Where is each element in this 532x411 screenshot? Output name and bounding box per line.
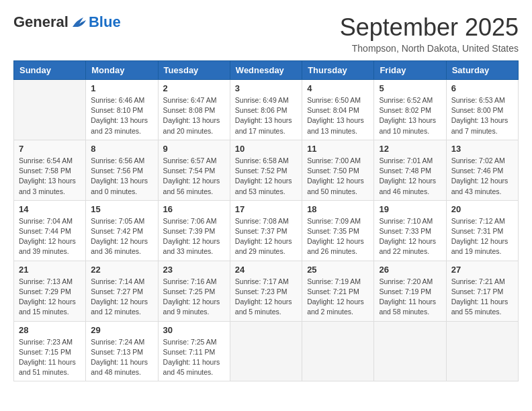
day-number: 11 (307, 144, 369, 154)
day-info: Sunrise: 7:24 AMSunset: 7:13 PMDaylight:… (91, 337, 152, 378)
calendar-cell: 8Sunrise: 6:56 AMSunset: 7:56 PMDaylight… (86, 140, 158, 200)
day-number: 17 (235, 204, 297, 214)
calendar-table: SundayMondayTuesdayWednesdayThursdayFrid… (13, 60, 519, 381)
logo-blue-text: Blue (89, 13, 121, 31)
calendar-cell: 9Sunrise: 6:57 AMSunset: 7:54 PMDaylight… (158, 140, 230, 200)
day-info: Sunrise: 7:08 AMSunset: 7:37 PMDaylight:… (235, 216, 297, 257)
week-row-3: 14Sunrise: 7:04 AMSunset: 7:44 PMDayligh… (14, 200, 519, 261)
calendar-cell (230, 321, 302, 381)
day-info: Sunrise: 7:16 AMSunset: 7:25 PMDaylight:… (163, 277, 225, 318)
day-info: Sunrise: 7:14 AMSunset: 7:27 PMDaylight:… (91, 277, 152, 318)
week-row-1: 1Sunrise: 6:46 AMSunset: 8:10 PMDaylight… (14, 80, 519, 140)
day-info: Sunrise: 7:02 AMSunset: 7:46 PMDaylight:… (451, 156, 513, 197)
logo: General Blue (13, 13, 121, 31)
day-number: 23 (163, 265, 225, 275)
calendar-cell: 15Sunrise: 7:05 AMSunset: 7:42 PMDayligh… (86, 200, 158, 261)
day-number: 21 (19, 265, 81, 275)
day-number: 5 (379, 83, 441, 93)
day-info: Sunrise: 7:12 AMSunset: 7:31 PMDaylight:… (451, 216, 513, 257)
logo-bird-icon (70, 15, 89, 30)
calendar-cell: 11Sunrise: 7:00 AMSunset: 7:50 PMDayligh… (302, 140, 374, 200)
day-info: Sunrise: 6:58 AMSunset: 7:52 PMDaylight:… (235, 156, 297, 197)
day-info: Sunrise: 7:19 AMSunset: 7:21 PMDaylight:… (307, 277, 369, 318)
day-number: 19 (379, 204, 441, 214)
calendar-cell: 20Sunrise: 7:12 AMSunset: 7:31 PMDayligh… (446, 200, 518, 261)
day-info: Sunrise: 6:49 AMSunset: 8:06 PMDaylight:… (235, 95, 297, 136)
day-number: 6 (451, 83, 513, 93)
day-info: Sunrise: 7:17 AMSunset: 7:23 PMDaylight:… (235, 277, 297, 318)
calendar-cell: 10Sunrise: 6:58 AMSunset: 7:52 PMDayligh… (230, 140, 302, 200)
calendar-cell: 29Sunrise: 7:24 AMSunset: 7:13 PMDayligh… (86, 321, 158, 381)
day-number: 10 (235, 144, 297, 154)
calendar-cell: 5Sunrise: 6:52 AMSunset: 8:02 PMDaylight… (374, 80, 446, 140)
day-number: 26 (379, 265, 441, 275)
week-row-2: 7Sunrise: 6:54 AMSunset: 7:58 PMDaylight… (14, 140, 519, 200)
day-info: Sunrise: 6:56 AMSunset: 7:56 PMDaylight:… (91, 156, 152, 197)
calendar-cell: 12Sunrise: 7:01 AMSunset: 7:48 PMDayligh… (374, 140, 446, 200)
day-number: 28 (19, 325, 81, 335)
calendar-cell: 7Sunrise: 6:54 AMSunset: 7:58 PMDaylight… (14, 140, 86, 200)
weekday-header-sunday: Sunday (14, 61, 86, 80)
calendar-cell: 28Sunrise: 7:23 AMSunset: 7:15 PMDayligh… (14, 321, 86, 381)
day-info: Sunrise: 7:21 AMSunset: 7:17 PMDaylight:… (451, 277, 513, 318)
calendar-cell: 30Sunrise: 7:25 AMSunset: 7:11 PMDayligh… (158, 321, 230, 381)
week-row-4: 21Sunrise: 7:13 AMSunset: 7:29 PMDayligh… (14, 261, 519, 321)
day-number: 16 (163, 204, 225, 214)
day-info: Sunrise: 7:01 AMSunset: 7:48 PMDaylight:… (379, 156, 441, 197)
day-info: Sunrise: 7:05 AMSunset: 7:42 PMDaylight:… (91, 216, 152, 257)
calendar-cell: 13Sunrise: 7:02 AMSunset: 7:46 PMDayligh… (446, 140, 518, 200)
weekday-header-tuesday: Tuesday (158, 61, 230, 80)
calendar-cell: 27Sunrise: 7:21 AMSunset: 7:17 PMDayligh… (446, 261, 518, 321)
calendar-cell: 2Sunrise: 6:47 AMSunset: 8:08 PMDaylight… (158, 80, 230, 140)
day-number: 13 (451, 144, 513, 154)
day-number: 9 (163, 144, 225, 154)
day-number: 20 (451, 204, 513, 214)
calendar-cell: 26Sunrise: 7:20 AMSunset: 7:19 PMDayligh… (374, 261, 446, 321)
day-number: 29 (91, 325, 152, 335)
page-header: General Blue September 2025 Thompson, No… (13, 13, 519, 54)
day-number: 12 (379, 144, 441, 154)
calendar-cell: 21Sunrise: 7:13 AMSunset: 7:29 PMDayligh… (14, 261, 86, 321)
calendar-cell: 23Sunrise: 7:16 AMSunset: 7:25 PMDayligh… (158, 261, 230, 321)
calendar-cell: 4Sunrise: 6:50 AMSunset: 8:04 PMDaylight… (302, 80, 374, 140)
calendar-cell: 18Sunrise: 7:09 AMSunset: 7:35 PMDayligh… (302, 200, 374, 261)
calendar-cell: 14Sunrise: 7:04 AMSunset: 7:44 PMDayligh… (14, 200, 86, 261)
day-number: 8 (91, 144, 152, 154)
month-title: September 2025 (340, 13, 519, 42)
calendar-cell: 25Sunrise: 7:19 AMSunset: 7:21 PMDayligh… (302, 261, 374, 321)
calendar-cell (302, 321, 374, 381)
day-info: Sunrise: 7:23 AMSunset: 7:15 PMDaylight:… (19, 337, 81, 378)
calendar-cell: 16Sunrise: 7:06 AMSunset: 7:39 PMDayligh… (158, 200, 230, 261)
day-info: Sunrise: 6:53 AMSunset: 8:00 PMDaylight:… (451, 95, 513, 136)
day-number: 18 (307, 204, 369, 214)
day-info: Sunrise: 6:46 AMSunset: 8:10 PMDaylight:… (91, 95, 152, 136)
day-number: 27 (451, 265, 513, 275)
logo-general-text: General (13, 13, 69, 31)
day-number: 30 (163, 325, 225, 335)
calendar-cell: 1Sunrise: 6:46 AMSunset: 8:10 PMDaylight… (86, 80, 158, 140)
weekday-header-thursday: Thursday (302, 61, 374, 80)
calendar-cell: 19Sunrise: 7:10 AMSunset: 7:33 PMDayligh… (374, 200, 446, 261)
calendar-cell: 6Sunrise: 6:53 AMSunset: 8:00 PMDaylight… (446, 80, 518, 140)
weekday-header-friday: Friday (374, 61, 446, 80)
day-number: 7 (19, 144, 81, 154)
day-number: 25 (307, 265, 369, 275)
day-info: Sunrise: 7:25 AMSunset: 7:11 PMDaylight:… (163, 337, 225, 378)
calendar-cell: 24Sunrise: 7:17 AMSunset: 7:23 PMDayligh… (230, 261, 302, 321)
calendar-cell (446, 321, 518, 381)
day-info: Sunrise: 6:57 AMSunset: 7:54 PMDaylight:… (163, 156, 225, 197)
title-section: September 2025 Thompson, North Dakota, U… (340, 13, 519, 54)
day-info: Sunrise: 7:04 AMSunset: 7:44 PMDaylight:… (19, 216, 81, 257)
day-info: Sunrise: 6:50 AMSunset: 8:04 PMDaylight:… (307, 95, 369, 136)
calendar-cell (374, 321, 446, 381)
day-number: 2 (163, 83, 225, 93)
day-number: 22 (91, 265, 152, 275)
day-number: 3 (235, 83, 297, 93)
day-number: 4 (307, 83, 369, 93)
day-info: Sunrise: 6:54 AMSunset: 7:58 PMDaylight:… (19, 156, 81, 197)
weekday-header-wednesday: Wednesday (230, 61, 302, 80)
day-number: 15 (91, 204, 152, 214)
day-info: Sunrise: 7:10 AMSunset: 7:33 PMDaylight:… (379, 216, 441, 257)
day-info: Sunrise: 7:13 AMSunset: 7:29 PMDaylight:… (19, 277, 81, 318)
calendar-cell: 17Sunrise: 7:08 AMSunset: 7:37 PMDayligh… (230, 200, 302, 261)
